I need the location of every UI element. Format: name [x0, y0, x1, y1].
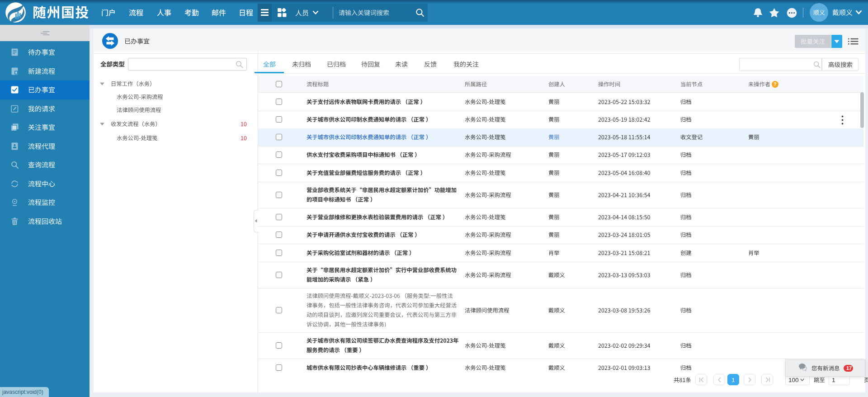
- svg-text:?: ?: [774, 81, 776, 87]
